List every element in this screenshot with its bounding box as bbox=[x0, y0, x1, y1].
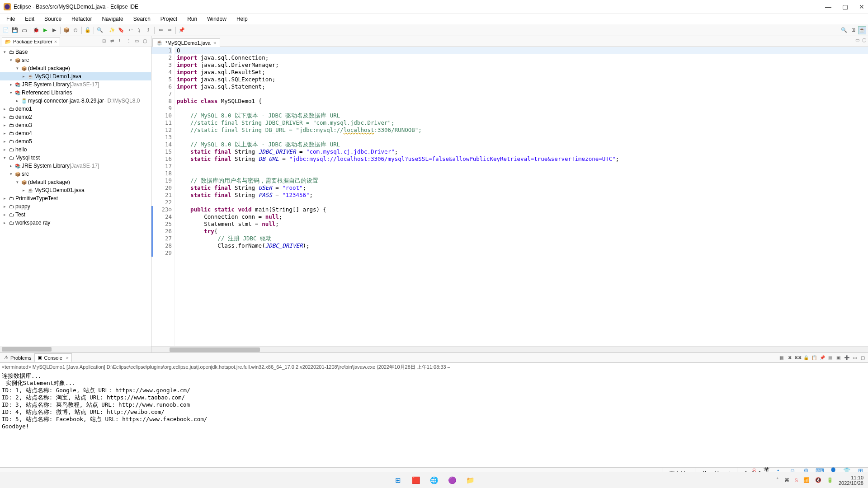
bookmark-icon[interactable]: 🔖 bbox=[117, 26, 125, 34]
start-button[interactable]: ⊞ bbox=[392, 474, 404, 486]
tray-chevron-icon[interactable]: ˄ bbox=[776, 477, 779, 483]
saveall-icon[interactable]: 🗃 bbox=[20, 26, 28, 34]
taskbar-edge[interactable]: 🌐 bbox=[428, 474, 440, 486]
tree-demo3[interactable]: ▸demo3 bbox=[0, 121, 151, 129]
perspective-open-icon[interactable]: ⊞ bbox=[849, 26, 857, 34]
search-icon[interactable]: 🔍 bbox=[96, 26, 104, 34]
battery-icon[interactable]: 🔋 bbox=[827, 477, 833, 483]
link-editor-icon[interactable]: ⇄ bbox=[110, 38, 117, 45]
minimize-button[interactable]: — bbox=[825, 3, 831, 10]
tree-demo2[interactable]: ▸demo2 bbox=[0, 113, 151, 121]
coverage-icon[interactable]: ▶ bbox=[50, 26, 58, 34]
taskbar-explorer[interactable]: 📁 bbox=[464, 474, 476, 486]
console-output[interactable]: 连接数据库... 实例化Statement对象... ID: 1, 站点名称: … bbox=[0, 371, 868, 436]
close-button[interactable]: ✕ bbox=[859, 3, 864, 10]
open-console-icon[interactable]: ▣ bbox=[835, 354, 842, 361]
tree-demo4[interactable]: ▸demo4 bbox=[0, 129, 151, 137]
clear-console-icon[interactable]: ▦ bbox=[778, 354, 785, 361]
remove-all-icon[interactable]: ✖✖ bbox=[794, 354, 801, 361]
menu-help[interactable]: Help bbox=[232, 15, 252, 23]
min-bottom-icon[interactable]: ▭ bbox=[851, 354, 858, 361]
tree-mysqldemo1[interactable]: ▸MySQLDemo1.java bbox=[0, 72, 151, 80]
tree-default-package[interactable]: ▾(default package) bbox=[0, 64, 151, 72]
tree-primitive[interactable]: ▸PrimitiveTypeTest bbox=[0, 194, 151, 202]
editor-tab-close-icon[interactable]: × bbox=[213, 40, 216, 46]
tree-demo1[interactable]: ▸demo1 bbox=[0, 105, 151, 113]
maximize-button[interactable]: ▢ bbox=[842, 3, 848, 10]
prev-annotation-icon[interactable]: ⤴ bbox=[144, 26, 152, 34]
menu-run[interactable]: Run bbox=[183, 15, 202, 23]
filter-icon[interactable]: ⠇ bbox=[118, 38, 125, 45]
taskbar-app-1[interactable]: 🟥 bbox=[410, 474, 422, 486]
save-icon[interactable]: 💾 bbox=[11, 26, 19, 34]
editor-tab-mysqldemo1[interactable]: ☕ *MySQLDemo1.java × bbox=[152, 38, 220, 47]
run-icon[interactable]: ▶ bbox=[41, 26, 49, 34]
menu-window[interactable]: Window bbox=[203, 15, 231, 23]
tree-mt-pkg[interactable]: ▾(default package) bbox=[0, 178, 151, 186]
new-icon[interactable]: 📄 bbox=[2, 26, 10, 34]
menu-project[interactable]: Project bbox=[156, 15, 182, 23]
volume-icon[interactable]: 🔇 bbox=[815, 477, 821, 483]
tree-puppy[interactable]: ▸puppy bbox=[0, 202, 151, 211]
wrap-icon[interactable]: ↩ bbox=[126, 26, 134, 34]
console-tab[interactable]: ▣Console× bbox=[34, 353, 72, 362]
java-perspective-icon[interactable]: ☕ bbox=[858, 26, 866, 34]
debug-icon[interactable]: 🐞 bbox=[32, 26, 40, 34]
tree-jre[interactable]: ▸JRE System Library [JavaSE-17] bbox=[0, 80, 151, 89]
clock-time[interactable]: 11:10 bbox=[839, 475, 863, 480]
tray-extra-icon[interactable]: ⌘ bbox=[784, 477, 789, 483]
tree-src[interactable]: ▾src bbox=[0, 56, 151, 64]
editor-scrollbar-h[interactable] bbox=[151, 346, 868, 352]
tree-hello[interactable]: ▸hello bbox=[0, 145, 151, 154]
tree-mt-file[interactable]: ▸MySQLDemo01.java bbox=[0, 186, 151, 194]
tray-sogou-icon[interactable]: S bbox=[795, 478, 798, 483]
view-menu-icon[interactable]: ⋮ bbox=[127, 38, 133, 45]
show-when-output-icon[interactable]: 📋 bbox=[811, 354, 817, 361]
display-selected-icon[interactable]: ▤ bbox=[827, 354, 834, 361]
quick-access-icon[interactable]: 🔍 bbox=[840, 26, 848, 34]
tree-mysqltest[interactable]: ▾Mysql test bbox=[0, 154, 151, 162]
sidebar-scrollbar[interactable] bbox=[0, 346, 151, 352]
maximize-editor-icon[interactable]: ▢ bbox=[862, 38, 866, 42]
new-class-icon[interactable]: © bbox=[71, 26, 80, 34]
tree-demo5[interactable]: ▸demo5 bbox=[0, 137, 151, 145]
tab-close-icon[interactable]: × bbox=[54, 39, 57, 44]
scroll-lock-icon[interactable]: 🔒 bbox=[802, 354, 809, 361]
menu-navigate[interactable]: Navigate bbox=[97, 15, 127, 23]
package-explorer-tab[interactable]: 📂 Package Explorer × bbox=[2, 38, 60, 46]
menu-search[interactable]: Search bbox=[129, 15, 155, 23]
code-editor[interactable]: 1234567891011121314151617181920212223⊖24… bbox=[151, 47, 868, 346]
back-icon[interactable]: ⇦ bbox=[156, 26, 165, 34]
wifi-icon[interactable]: 📶 bbox=[803, 477, 810, 483]
wand-icon[interactable]: ✨ bbox=[108, 26, 116, 34]
menu-edit[interactable]: Edit bbox=[20, 15, 39, 23]
package-explorer-tree[interactable]: ▾Base ▾src ▾(default package) ▸MySQLDemo… bbox=[0, 47, 151, 346]
new-console-icon[interactable]: ➕ bbox=[843, 354, 850, 361]
menu-refactor[interactable]: Refactor bbox=[67, 15, 96, 23]
tab-close-icon[interactable]: × bbox=[66, 355, 69, 361]
clock-date[interactable]: 2022/10/28 bbox=[839, 480, 863, 486]
taskbar-eclipse[interactable]: 🟣 bbox=[446, 474, 458, 486]
open-type-icon[interactable]: 🔓 bbox=[84, 26, 92, 34]
remove-launch-icon[interactable]: ✖ bbox=[786, 354, 793, 361]
maximize-view-icon[interactable]: ▢ bbox=[143, 38, 149, 45]
tree-wsray[interactable]: ▸workspace ray bbox=[0, 219, 151, 227]
menu-file[interactable]: File bbox=[2, 15, 19, 23]
collapse-all-icon[interactable]: ⊟ bbox=[102, 38, 108, 45]
tree-project-base[interactable]: ▾Base bbox=[0, 48, 151, 56]
tree-mt-src[interactable]: ▾src bbox=[0, 170, 151, 178]
tree-reflib[interactable]: ▾Referenced Libraries bbox=[0, 89, 151, 97]
pin-console-icon[interactable]: 📌 bbox=[819, 354, 826, 361]
tree-test[interactable]: ▸Test bbox=[0, 211, 151, 219]
pin-icon[interactable]: 📌 bbox=[178, 26, 186, 34]
line-gutter[interactable]: 1234567891011121314151617181920212223⊖24… bbox=[151, 47, 175, 346]
max-bottom-icon[interactable]: ▢ bbox=[859, 354, 866, 361]
menu-source[interactable]: Source bbox=[40, 15, 66, 23]
tree-mt-jre[interactable]: ▸JRE System Library [JavaSE-17] bbox=[0, 162, 151, 170]
forward-icon[interactable]: ⇨ bbox=[165, 26, 174, 34]
next-annotation-icon[interactable]: ⤵ bbox=[135, 26, 143, 34]
minimize-view-icon[interactable]: ▭ bbox=[135, 38, 141, 45]
tree-mysqljar[interactable]: ▸mysql-connector-java-8.0.29.jar - D:\My… bbox=[0, 97, 151, 105]
code-content[interactable]: Oimport java.sql.Connection;import java.… bbox=[175, 47, 868, 346]
new-package-icon[interactable]: 📦 bbox=[62, 26, 71, 34]
